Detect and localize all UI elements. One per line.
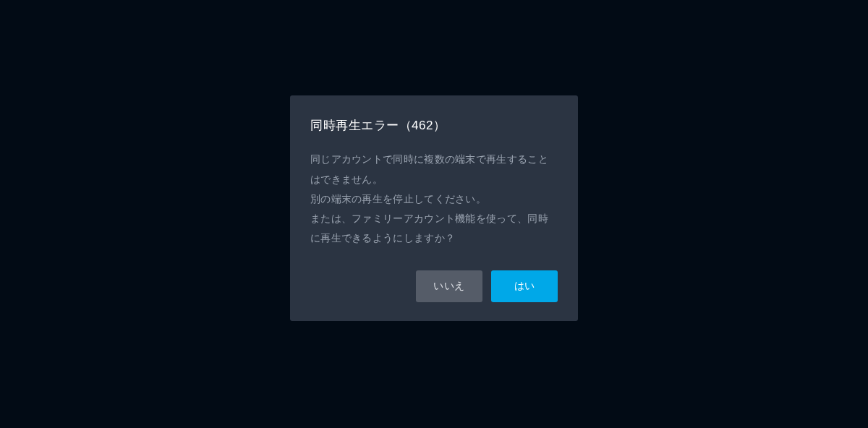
dialog-message: 同じアカウントで同時に複数の端末で再生することはできません。別の端末の再生を停止… <box>310 150 558 248</box>
error-dialog: 同時再生エラー（462） 同じアカウントで同時に複数の端末で再生することはできま… <box>290 95 578 320</box>
dialog-actions: いいえ はい <box>310 270 558 302</box>
no-button[interactable]: いいえ <box>416 270 482 302</box>
dialog-title: 同時再生エラー（462） <box>310 117 558 134</box>
yes-button[interactable]: はい <box>491 270 558 302</box>
